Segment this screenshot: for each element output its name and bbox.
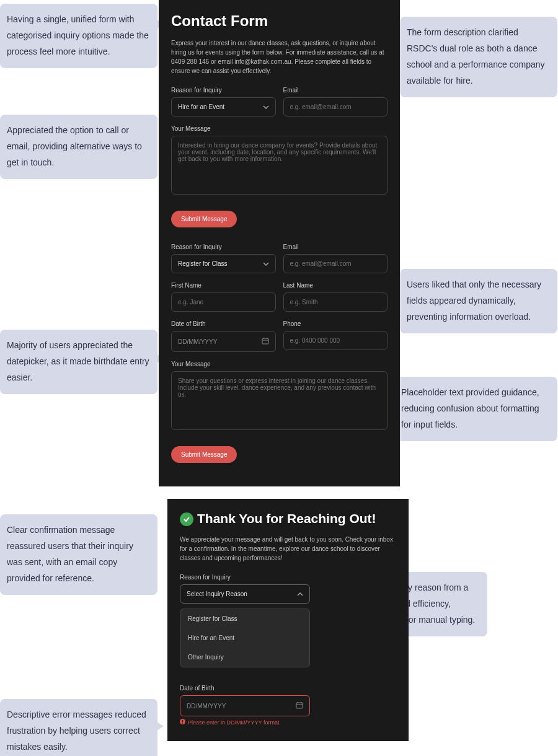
dob-label: Date of Birth xyxy=(180,685,310,692)
submit-button[interactable]: Submit Message xyxy=(171,211,237,227)
reason-label: Reason for Inquiry xyxy=(171,244,276,250)
email-label: Email xyxy=(283,87,388,94)
reason-selected-value: Register for Class xyxy=(178,260,227,267)
message-textarea[interactable] xyxy=(171,136,388,195)
chevron-down-icon xyxy=(263,104,269,110)
reason-select[interactable]: Register for Class xyxy=(171,254,276,273)
message-textarea[interactable] xyxy=(171,371,388,430)
callout-pointer xyxy=(157,722,164,731)
dropdown-option[interactable]: Other Inquiry xyxy=(180,648,309,667)
reason-label: Reason for Inquiry xyxy=(171,87,276,94)
firstname-input[interactable] xyxy=(171,292,276,312)
firstname-label: First Name xyxy=(171,282,276,289)
contact-form-panel: Contact Form Express your interest in ou… xyxy=(159,0,400,486)
reason-selected-value: Select Inquiry Reason xyxy=(187,591,247,597)
callout-dual-role: The form description clarified RSDC's du… xyxy=(400,17,557,97)
error-text: Please enter in DD/MM/YYYY format xyxy=(188,719,279,726)
thank-you-desc: We appreciate your message and will get … xyxy=(180,535,396,563)
message-label: Your Message xyxy=(171,125,388,132)
phone-input[interactable] xyxy=(283,331,388,350)
error-message: Please enter in DD/MM/YYYY format xyxy=(180,719,310,726)
lastname-label: Last Name xyxy=(283,282,388,289)
reason-selected-value: Hire for an Event xyxy=(178,103,224,110)
dropdown-option[interactable]: Hire for an Event xyxy=(180,628,309,648)
callout-text: Placeholder text provided guidance, redu… xyxy=(401,387,539,429)
email-input[interactable] xyxy=(283,97,388,116)
callout-placeholder: Placeholder text provided guidance, redu… xyxy=(394,377,557,441)
callout-text: The form description clarified RSDC's du… xyxy=(407,27,545,86)
svg-rect-1 xyxy=(296,703,303,708)
callout-datepicker: Majority of users appreciated the datepi… xyxy=(0,330,157,394)
calendar-icon xyxy=(296,701,303,710)
dob-placeholder: DD/MM/YYYY xyxy=(178,338,217,345)
callout-dynamic-fields: Users liked that only the necessary fiel… xyxy=(400,269,557,333)
callout-text: Users liked that only the necessary fiel… xyxy=(407,279,541,322)
error-icon xyxy=(180,719,185,726)
callout-confirmation: Clear confirmation message reassured use… xyxy=(0,514,157,595)
svg-rect-0 xyxy=(262,338,268,344)
svg-point-3 xyxy=(182,723,183,724)
dob-input-error[interactable]: DD/MM/YYYY xyxy=(180,695,310,716)
reason-select-open[interactable]: Select Inquiry Reason xyxy=(180,584,310,604)
dob-label: Date of Birth xyxy=(171,320,276,327)
chevron-down-icon xyxy=(263,261,269,267)
callout-text: Appreciated the option to call or email,… xyxy=(7,125,142,167)
chevron-up-icon xyxy=(297,591,303,597)
callout-text: Clear confirmation message reassured use… xyxy=(7,525,133,583)
callout-text: Having a single, unified form with categ… xyxy=(7,14,149,56)
phone-label: Phone xyxy=(283,320,388,327)
callout-text: Majority of users appreciated the datepi… xyxy=(7,340,149,382)
calendar-icon xyxy=(262,337,269,346)
page-title: Contact Form xyxy=(171,12,388,30)
form-description: Express your interest in our dance class… xyxy=(171,38,388,76)
thank-you-title-text: Thank You for Reaching Out! xyxy=(197,511,376,525)
submit-button[interactable]: Submit Message xyxy=(171,446,237,463)
lastname-input[interactable] xyxy=(283,292,388,312)
callout-text: Descriptive error messages reduced frust… xyxy=(7,710,146,752)
check-circle-icon xyxy=(180,512,193,526)
callout-error-msg: Descriptive error messages reduced frust… xyxy=(0,699,157,756)
dob-placeholder: DD/MM/YYYY xyxy=(187,703,226,710)
dropdown-options: Register for Class Hire for an Event Oth… xyxy=(180,609,310,667)
thank-you-panel: Thank You for Reaching Out! We appreciat… xyxy=(167,499,409,741)
email-label: Email xyxy=(283,244,388,250)
callout-unified-form: Having a single, unified form with categ… xyxy=(0,4,157,68)
thank-you-title: Thank You for Reaching Out! xyxy=(180,511,396,526)
dropdown-option[interactable]: Register for Class xyxy=(180,609,309,628)
dob-input[interactable]: DD/MM/YYYY xyxy=(171,331,276,352)
email-input[interactable] xyxy=(283,254,388,273)
reason-select[interactable]: Hire for an Event xyxy=(171,97,276,116)
message-label: Your Message xyxy=(171,361,388,367)
callout-contact-alt: Appreciated the option to call or email,… xyxy=(0,115,157,179)
reason-label: Reason for Inquiry xyxy=(180,574,310,581)
